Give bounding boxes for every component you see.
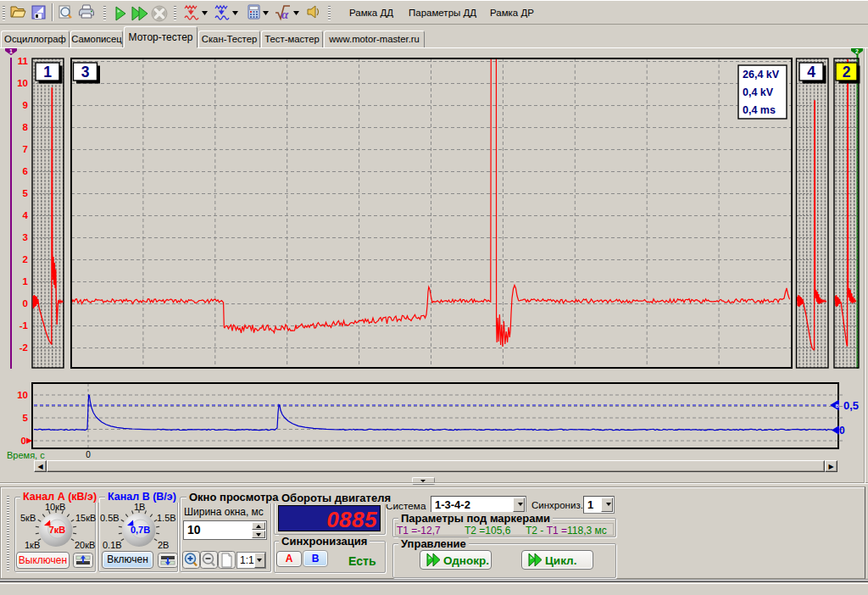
- svg-text:0,5: 0,5: [843, 399, 859, 412]
- svg-text:7: 7: [23, 144, 28, 154]
- svg-text:3: 3: [81, 64, 90, 81]
- svg-text:10: 10: [17, 78, 28, 88]
- svg-text:6: 6: [23, 166, 28, 176]
- svg-text:0: 0: [23, 298, 28, 309]
- svg-text:5: 5: [23, 188, 29, 198]
- svg-text:5: 5: [23, 413, 29, 423]
- svg-text:Время, с: Время, с: [7, 450, 45, 460]
- svg-text:α: α: [281, 8, 289, 21]
- svg-text:0,7В: 0,7В: [131, 525, 150, 535]
- svg-text:в: в: [835, 402, 838, 409]
- svg-text:1: 1: [23, 276, 29, 286]
- svg-text:2: 2: [843, 64, 851, 81]
- svg-text:0: 0: [21, 436, 26, 446]
- svg-text:0,4 ms: 0,4 ms: [743, 104, 776, 116]
- svg-text:0: 0: [86, 450, 91, 459]
- svg-text:26,4 kV: 26,4 kV: [743, 69, 780, 81]
- svg-text:2: 2: [23, 254, 28, 264]
- svg-text:-2: -2: [19, 342, 28, 353]
- svg-text:0: 0: [839, 425, 845, 437]
- svg-text:10: 10: [17, 390, 28, 400]
- svg-text:3: 3: [23, 232, 28, 242]
- svg-text:9: 9: [23, 100, 28, 110]
- svg-text:2: 2: [855, 48, 859, 54]
- svg-text:-1: -1: [19, 320, 29, 331]
- svg-text:1: 1: [9, 48, 13, 54]
- svg-text:4: 4: [23, 210, 29, 220]
- svg-text:11: 11: [18, 56, 29, 66]
- svg-text:7кВ: 7кВ: [49, 525, 66, 535]
- svg-text:8: 8: [23, 122, 29, 132]
- svg-text:0,4 kV: 0,4 kV: [743, 86, 774, 98]
- svg-text:1: 1: [43, 64, 52, 81]
- svg-text:4: 4: [807, 64, 815, 81]
